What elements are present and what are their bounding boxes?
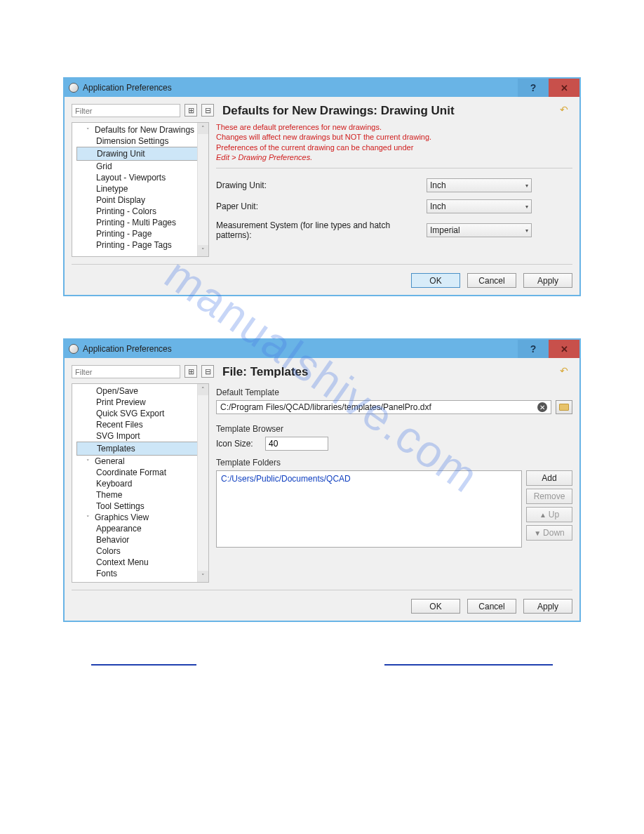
tree-item[interactable]: Point Display bbox=[76, 194, 208, 206]
tree-item[interactable]: Recent Files bbox=[76, 419, 208, 430]
measurement-select[interactable]: Imperial▾ bbox=[427, 223, 532, 237]
app-icon bbox=[69, 83, 79, 93]
default-template-field[interactable]: C:/Program Files/QCAD/libraries/template… bbox=[216, 400, 551, 414]
help-button[interactable]: ? bbox=[518, 79, 549, 97]
expand-all-button[interactable]: ⊞ bbox=[185, 365, 197, 378]
paper-unit-label: Paper Unit: bbox=[216, 201, 427, 211]
tree-item[interactable]: Linetype bbox=[76, 183, 208, 194]
arrow-up-icon: ▲ bbox=[539, 511, 546, 519]
template-browser-label: Template Browser bbox=[216, 424, 572, 434]
settings-panel: These are default preferences for new dr… bbox=[216, 122, 572, 257]
tree-item[interactable]: Printing - Multi Pages bbox=[76, 217, 208, 228]
window-title: Application Preferences bbox=[83, 344, 518, 354]
cancel-button[interactable]: Cancel bbox=[467, 599, 516, 614]
tree-filter-input[interactable] bbox=[72, 365, 180, 378]
settings-panel: Default Template C:/Program Files/QCAD/l… bbox=[216, 383, 572, 583]
remove-folder-button[interactable]: Remove bbox=[526, 489, 572, 504]
dialog-footer: OK Cancel Apply bbox=[72, 269, 572, 288]
dialog-footer: OK Cancel Apply bbox=[72, 595, 572, 614]
tree-item[interactable]: Dimension Settings bbox=[76, 135, 208, 147]
template-folders-label: Template Folders bbox=[216, 458, 572, 468]
category-tree[interactable]: ˄ ˅ ˅Defaults for New Drawings Dimension… bbox=[72, 122, 209, 257]
tree-item[interactable]: Printing - Page bbox=[76, 228, 208, 239]
tree-item[interactable]: Layout - Viewports bbox=[76, 172, 208, 183]
tree-scrollbar[interactable]: ˄ ˅ bbox=[197, 384, 208, 582]
scroll-up-button[interactable]: ˄ bbox=[198, 123, 208, 134]
tree-item[interactable]: Context Menu bbox=[76, 557, 208, 568]
browse-button[interactable] bbox=[556, 400, 572, 414]
tree-item[interactable]: SVG Import bbox=[76, 430, 208, 442]
tree-item[interactable]: Open/Save bbox=[76, 385, 208, 397]
app-icon bbox=[69, 344, 79, 354]
drawing-unit-label: Drawing Unit: bbox=[216, 180, 427, 190]
tree-scrollbar[interactable]: ˄ ˅ bbox=[197, 123, 208, 256]
icon-size-input[interactable] bbox=[265, 437, 328, 451]
measurement-label: Measurement System (for line types and h… bbox=[216, 220, 427, 240]
chevron-down-icon: ▾ bbox=[525, 227, 528, 234]
cancel-button[interactable]: Cancel bbox=[467, 273, 516, 288]
tree-item-parent[interactable]: ˅Defaults for New Drawings bbox=[76, 124, 208, 135]
tree-item[interactable]: Fonts bbox=[76, 568, 208, 579]
apply-button[interactable]: Apply bbox=[523, 599, 572, 614]
reset-icon[interactable]: ↶ bbox=[560, 365, 572, 376]
window-title: Application Preferences bbox=[83, 83, 518, 93]
document-page: manualshive.com Application Preferences … bbox=[0, 0, 644, 834]
close-button[interactable]: ✕ bbox=[549, 340, 579, 358]
scroll-down-button[interactable]: ˅ bbox=[198, 571, 208, 582]
clear-icon[interactable]: ✕ bbox=[537, 402, 547, 412]
scroll-down-button[interactable]: ˅ bbox=[198, 245, 208, 256]
warning-text: These are default preferences for new dr… bbox=[216, 122, 572, 168]
tree-item[interactable]: Print Preview bbox=[76, 397, 208, 408]
close-button[interactable]: ✕ bbox=[549, 79, 579, 97]
expand-all-button[interactable]: ⊞ bbox=[185, 104, 197, 117]
ok-button[interactable]: OK bbox=[411, 273, 460, 288]
tree-item[interactable]: Grid bbox=[76, 161, 208, 172]
footer-links bbox=[63, 664, 581, 666]
tree-item[interactable]: Printing - Page Tags bbox=[76, 239, 208, 251]
chevron-down-icon: ▾ bbox=[525, 183, 528, 189]
titlebar: Application Preferences ? ✕ bbox=[65, 79, 579, 97]
move-up-button[interactable]: ▲Up bbox=[526, 507, 572, 522]
default-template-label: Default Template bbox=[216, 388, 572, 397]
tree-filter-input[interactable] bbox=[72, 104, 180, 117]
titlebar: Application Preferences ? ✕ bbox=[65, 340, 579, 358]
preferences-dialog-2: Application Preferences ? ✕ ⊞ ⊟ File: Te… bbox=[63, 338, 581, 622]
category-tree[interactable]: ˄ ˅ Open/Save Print Preview Quick SVG Ex… bbox=[72, 383, 209, 583]
tree-item[interactable]: Colors bbox=[76, 545, 208, 557]
page-heading: Defaults for New Drawings: Drawing Unit bbox=[222, 104, 556, 118]
chevron-down-icon: ▾ bbox=[525, 204, 528, 210]
move-down-button[interactable]: ▼Down bbox=[526, 525, 572, 541]
tree-item[interactable]: Tool Settings bbox=[76, 501, 208, 512]
tree-item[interactable]: Printing - Colors bbox=[76, 206, 208, 217]
paper-unit-select[interactable]: Inch▾ bbox=[427, 199, 532, 213]
page-heading: File: Templates bbox=[222, 365, 556, 379]
tree-item[interactable]: Quick SVG Export bbox=[76, 408, 208, 419]
tree-item[interactable]: Keyboard bbox=[76, 478, 208, 489]
icon-size-label: Icon Size: bbox=[216, 439, 265, 449]
tree-item[interactable]: Coordinate Format bbox=[76, 467, 208, 478]
drawing-unit-select[interactable]: Inch▾ bbox=[427, 178, 532, 192]
apply-button[interactable]: Apply bbox=[523, 273, 572, 288]
link-underline bbox=[384, 664, 553, 666]
ok-button[interactable]: OK bbox=[411, 599, 460, 614]
tree-item[interactable]: Appearance bbox=[76, 523, 208, 534]
tree-item-general[interactable]: ˅General bbox=[76, 456, 208, 467]
tree-item-graphics[interactable]: ˅Graphics View bbox=[76, 512, 208, 523]
preferences-dialog-1: Application Preferences ? ✕ ⊞ ⊟ Defaults… bbox=[63, 77, 581, 296]
scroll-up-button[interactable]: ˄ bbox=[198, 384, 208, 395]
link-underline bbox=[91, 664, 196, 666]
tree-item[interactable]: Behavior bbox=[76, 534, 208, 545]
tree-item-selected[interactable]: Templates bbox=[76, 442, 208, 456]
reset-icon[interactable]: ↶ bbox=[560, 104, 572, 115]
collapse-all-button[interactable]: ⊟ bbox=[201, 104, 214, 117]
collapse-all-button[interactable]: ⊟ bbox=[201, 365, 214, 378]
template-folders-list[interactable]: C:/Users/Public/Documents/QCAD bbox=[216, 470, 522, 548]
add-folder-button[interactable]: Add bbox=[526, 470, 572, 486]
tree-item[interactable]: Theme bbox=[76, 489, 208, 501]
tree-item-selected[interactable]: Drawing Unit bbox=[76, 147, 208, 161]
arrow-down-icon: ▼ bbox=[534, 529, 541, 537]
help-button[interactable]: ? bbox=[518, 340, 549, 358]
folder-list-item[interactable]: C:/Users/Public/Documents/QCAD bbox=[221, 474, 517, 484]
folder-icon bbox=[559, 404, 569, 411]
